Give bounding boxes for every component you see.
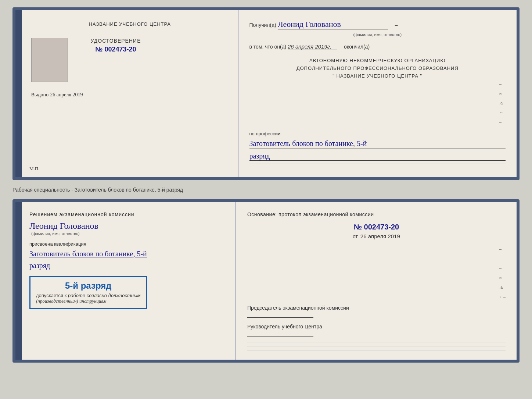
trailing-line2: [247, 346, 506, 346]
divider-line-1: [79, 59, 152, 59]
mark-i: и: [499, 91, 506, 96]
doc1-left-panel: НАЗВАНИЕ УЧЕБНОГО ЦЕНТРА УДОСТОВЕРЕНИЕ №…: [22, 10, 238, 177]
mark-a-2: ,а: [499, 285, 506, 289]
cert-number: № 002473-20: [79, 46, 152, 53]
stamp-main: 5-й разряд: [36, 281, 140, 291]
line1: [249, 164, 506, 164]
date-prefix-2: от: [353, 234, 358, 239]
protocol-date-value: 26 апреля 2019: [360, 233, 400, 240]
org-line2: ДОПОЛНИТЕЛЬНОГО ПРОФЕССИОНАЛЬНОГО ОБРАЗО…: [249, 65, 506, 72]
side-right-marks-2: – – – и ,а ←–: [247, 247, 506, 299]
basis-label: Основание: протокол экзаменационной коми…: [247, 211, 506, 217]
razryad-value-1: разряд: [249, 152, 506, 161]
fio-sub-1: (фамилия, имя, отчество): [249, 32, 506, 37]
doc2-left-panel: Решением экзаменационной комиссии Леонид…: [22, 202, 236, 359]
fio-sub-2: (фамилия, имя, отчество): [31, 231, 228, 236]
date-prefix: в том, что он(а): [249, 44, 287, 50]
cert-label: УДОСТОВЕРЕНИЕ: [79, 38, 152, 44]
trailing-line1: [247, 342, 506, 342]
mark-arrow-2: ←–: [499, 295, 506, 299]
stamp-work: работе согласно должностным: [68, 293, 140, 298]
person-name: Леонид Голованов: [29, 221, 125, 231]
doc2-right-panel: Основание: протокол экзаменационной коми…: [236, 202, 517, 359]
date-row: в том, что он(а) 26 апреля 2019г. окончи…: [249, 43, 506, 50]
document-1: НАЗВАНИЕ УЧЕБНОГО ЦЕНТРА УДОСТОВЕРЕНИЕ №…: [12, 7, 520, 180]
qualification-value: Заготовитель блоков по ботанике, 5-й: [29, 249, 228, 259]
photo-placeholder: [31, 38, 68, 82]
mark-a: ,а: [499, 101, 506, 105]
protocol-date-row: от 26 апреля 2019: [247, 233, 506, 239]
date-value: 26 апреля 2019г.: [288, 43, 337, 50]
trailing-dashes-1: [249, 164, 506, 168]
issued-row: Выдано 26 апреля 2019: [31, 91, 229, 98]
mark-i-2: и: [499, 275, 506, 280]
mark-dash-4: –: [499, 256, 506, 261]
protocol-number: № 002473-20: [247, 223, 506, 231]
mark-arrow: ←–: [499, 110, 506, 115]
person-name-block: Леонид Голованов: [29, 221, 228, 231]
director-signature-line: [247, 336, 313, 336]
chairman-label: Председатель экзаменационной комиссии: [247, 304, 506, 312]
mark-dash-5: –: [499, 266, 506, 270]
issued-label: Выдано: [31, 92, 48, 97]
received-prefix: Получил(а): [249, 22, 276, 28]
received-row: Получил(а) Леонид Голованов –: [249, 19, 506, 29]
mark-dash-1: –: [499, 82, 506, 86]
profession-label: по профессии: [249, 131, 506, 136]
stamp-allowed: допускается к работе согласно должностны…: [36, 293, 140, 298]
doc1-right-panel: Получил(а) Леонид Голованов – (фамилия, …: [238, 10, 517, 177]
training-center-label-1: НАЗВАНИЕ УЧЕБНОГО ЦЕНТРА: [31, 21, 229, 27]
side-right-marks: – и ,а ←– –: [249, 82, 506, 124]
issued-date: 26 апреля 2019: [50, 92, 83, 98]
mark-dash-2: –: [499, 120, 506, 124]
stamp-allowed-text: допускается к: [36, 293, 66, 298]
org-block: АВТОНОМНУЮ НЕКОММЕРЧЕСКУЮ ОРГАНИЗАЦИЮ ДО…: [249, 57, 506, 80]
trailing-dashes-2: [247, 342, 506, 350]
org-line1: АВТОНОМНУЮ НЕКОММЕРЧЕСКУЮ ОРГАНИЗАЦИЮ: [249, 57, 506, 65]
mp-label: М.П.: [29, 166, 39, 172]
profession-value: Заготовитель блоков по ботанике, 5-й: [249, 138, 506, 149]
razryad2: разряд: [29, 261, 228, 270]
dash-1: –: [395, 22, 398, 28]
cert-block: УДОСТОВЕРЕНИЕ № 002473-20: [79, 38, 152, 65]
director-label: Руководитель учебного Центра: [247, 323, 506, 331]
document-2: Решением экзаменационной комиссии Леонид…: [12, 199, 520, 362]
doc1-spine: [15, 10, 22, 177]
doc2-spine: [15, 202, 22, 359]
received-name: Леонид Голованов: [278, 19, 388, 29]
separator-label: Рабочая специальность - Заготовитель бло…: [12, 187, 520, 193]
mark-dash-3: –: [499, 247, 506, 251]
stamp-box: 5-й разряд допускается к работе согласно…: [29, 276, 147, 309]
decision-title: Решением экзаменационной комиссии: [29, 211, 228, 217]
completed-label: окончил(а): [344, 44, 370, 50]
qualification-label: присвоена квалификация: [29, 241, 228, 247]
line2: [249, 168, 506, 168]
chairman-signature-line: [247, 317, 313, 318]
trailing-line3: [247, 350, 506, 350]
photo-cert-row: УДОСТОВЕРЕНИЕ № 002473-20: [31, 38, 229, 82]
org-line3: " НАЗВАНИЕ УЧЕБНОГО ЦЕНТРА ": [249, 72, 506, 80]
stamp-instructions: (производственным) инструкциям: [36, 298, 140, 304]
